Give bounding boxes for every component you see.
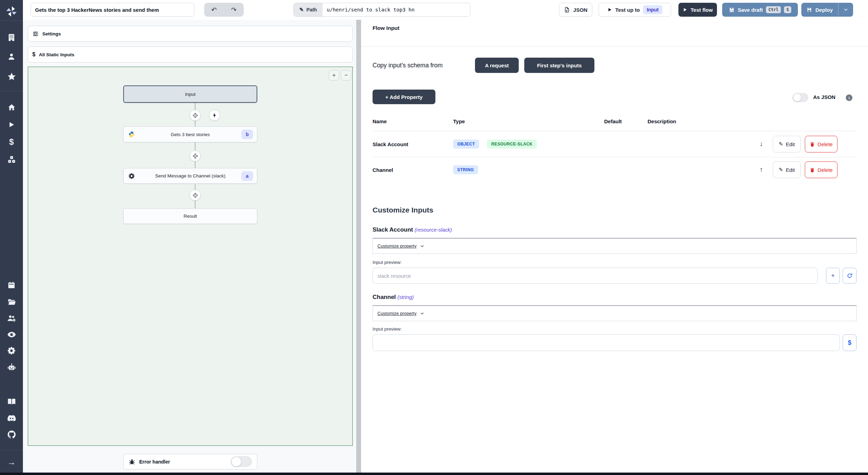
static-inputs-section-label: All Static Inputs [39, 52, 74, 57]
sidebar-item-runs[interactable] [0, 117, 23, 133]
redo-button[interactable]: ↷ [225, 4, 243, 16]
sidebar-divider [0, 91, 23, 91]
home-icon [7, 103, 16, 112]
sidebar-item-home[interactable] [0, 99, 23, 115]
sidebar-collapse-button[interactable]: → [0, 454, 23, 470]
static-inputs-section-toggle[interactable]: $ All Static Inputs [28, 47, 353, 62]
flow-node-step-b[interactable]: Gets 3 best stories b [123, 126, 257, 142]
customize-property-dropdown[interactable]: Customize property [373, 238, 857, 254]
copy-from-first-step-button[interactable]: First step's inputs [524, 58, 594, 73]
sidebar-item-groups[interactable] [0, 310, 23, 326]
windmill-logo-icon[interactable] [0, 3, 23, 19]
test-up-to-button[interactable]: Test up to Input [599, 3, 671, 17]
type-badge: STRING [453, 165, 478, 174]
section-name: Slack Account [373, 226, 413, 233]
play-icon [607, 7, 612, 12]
panel-resize-handle[interactable] [356, 20, 361, 473]
path-label: ✎ Path [294, 3, 323, 16]
plus-icon: + [831, 272, 835, 280]
error-handler-node[interactable]: Error handler [123, 454, 257, 469]
copy-from-request-button[interactable]: A request [475, 58, 519, 73]
property-name: Channel [373, 167, 393, 173]
settings-section-toggle[interactable]: Settings [28, 26, 353, 42]
channel-input[interactable] [373, 334, 840, 351]
copy-from-request-label: A request [485, 62, 509, 68]
section-name: Channel [373, 294, 396, 300]
path-input[interactable] [323, 3, 470, 16]
section-type: (string) [398, 294, 414, 300]
plus-icon [192, 192, 198, 198]
sidebar-item-variables[interactable]: $ [0, 134, 23, 150]
add-property-button[interactable]: + Add Property [373, 90, 435, 104]
error-handler-toggle[interactable] [231, 456, 252, 467]
save-icon [807, 7, 812, 12]
flow-node-input-label: Input [185, 92, 195, 97]
json-button[interactable]: JSON [559, 3, 592, 17]
customize-inputs-title: Customize Inputs [373, 206, 433, 214]
zoom-in-button[interactable]: + [329, 70, 339, 81]
github-icon [7, 430, 16, 439]
sidebar-item-audit-logs[interactable] [0, 326, 23, 342]
toggle-knob [793, 94, 801, 101]
move-down-button[interactable]: ↓ [760, 140, 763, 148]
delete-label: Delete [818, 167, 833, 173]
bug-icon [128, 458, 135, 465]
sidebar-item-user[interactable] [0, 49, 23, 65]
pencil-icon: ✎ [779, 167, 783, 173]
sidebar-item-folders[interactable] [0, 294, 23, 310]
refresh-button[interactable] [843, 268, 857, 284]
sidebar-item-github[interactable] [0, 426, 23, 442]
bottom-scrollbar[interactable] [0, 473, 868, 475]
deploy-dropdown-button[interactable] [838, 3, 853, 17]
add-step-button[interactable] [190, 190, 201, 201]
sidebar-item-discord[interactable] [0, 410, 23, 426]
test-up-to-target-chip[interactable]: Input [643, 5, 662, 14]
edit-property-button[interactable]: ✎ Edit [773, 136, 801, 152]
customize-property-dropdown[interactable]: Customize property [373, 305, 857, 321]
gear-icon [128, 173, 135, 180]
plus-icon [192, 153, 198, 159]
eye-icon [7, 330, 16, 339]
deploy-button[interactable]: Deploy [801, 3, 838, 17]
deploy-split-button: Deploy [801, 3, 853, 17]
pencil-icon: ✎ [299, 7, 304, 13]
customize-property-label: Customize property [377, 311, 417, 316]
copy-from-first-step-label: First step's inputs [537, 62, 582, 68]
header-divider [361, 46, 868, 47]
flow-node-result[interactable]: Result [123, 208, 257, 224]
step-id-badge: a [241, 171, 253, 181]
undo-button[interactable]: ↶ [206, 4, 223, 16]
path-label-text: Path [307, 7, 317, 12]
sidebar-item-workspace[interactable] [0, 30, 23, 45]
add-resource-button[interactable]: + [826, 268, 840, 284]
flow-canvas[interactable]: + − Input [28, 67, 353, 446]
delete-property-button[interactable]: Delete [805, 136, 837, 152]
sidebar: $ [0, 0, 23, 475]
sidebar-item-settings[interactable] [0, 343, 23, 359]
flow-title-input[interactable] [31, 3, 194, 17]
add-step-button[interactable] [190, 150, 201, 161]
sidebar-item-resources[interactable] [0, 151, 23, 167]
insert-expression-button[interactable]: $ [843, 334, 857, 351]
save-draft-button[interactable]: Save draft Ctrl S [722, 3, 798, 17]
edit-property-button[interactable]: ✎ Edit [773, 161, 801, 178]
as-json-toggle[interactable] [792, 93, 808, 102]
flow-node-input[interactable]: Input [123, 85, 257, 103]
test-flow-button[interactable]: Test flow [678, 3, 717, 17]
sidebar-item-favorites[interactable] [0, 68, 23, 84]
slack-resource-input[interactable] [373, 268, 818, 284]
zoom-out-button[interactable]: − [341, 70, 351, 81]
pencil-icon: ✎ [779, 141, 783, 147]
flow-node-step-a[interactable]: Send Message to Channel (slack) a [123, 168, 257, 184]
sidebar-item-schedules[interactable] [0, 277, 23, 293]
gear-icon [7, 346, 16, 355]
add-step-button[interactable] [190, 110, 201, 121]
info-icon[interactable]: i [846, 94, 852, 101]
add-trigger-button[interactable] [209, 110, 220, 121]
move-up-button[interactable]: ↑ [760, 166, 763, 174]
sidebar-item-docs[interactable] [0, 393, 23, 409]
delete-property-button[interactable]: Delete [805, 161, 837, 178]
play-icon [8, 121, 15, 128]
sidebar-item-workers[interactable] [0, 359, 23, 375]
building-icon [7, 33, 16, 42]
